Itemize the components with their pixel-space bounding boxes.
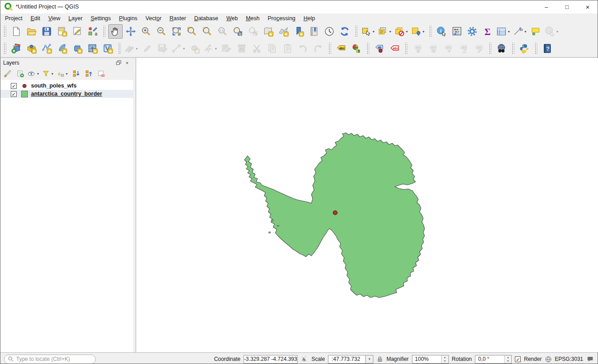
magnifier-spinbox[interactable]: 100% ▴▾	[412, 355, 449, 364]
lock-scale-icon[interactable]	[377, 355, 383, 363]
locator-search-input[interactable]: Type to locate (Ctrl+K)	[4, 355, 96, 364]
manage-map-themes-button[interactable]: ▾	[27, 68, 40, 80]
menu-web[interactable]: Web	[222, 14, 242, 22]
dropdown-arrow-icon[interactable]: ▾	[555, 30, 559, 34]
scale-combobox[interactable]: :47.773.732 ▾	[328, 355, 373, 364]
menu-raster[interactable]: Raster	[165, 14, 190, 22]
zoom-out-button[interactable]	[154, 24, 168, 39]
expand-all-button[interactable]	[70, 68, 82, 80]
layer-item-antarctica_country_border[interactable]: ✓antarctica_country_border	[0, 90, 133, 98]
dropdown-arrow-icon[interactable]: ▾	[50, 72, 54, 76]
dropdown-arrow-icon[interactable]: ▾	[507, 30, 511, 34]
add-group-button[interactable]	[14, 68, 26, 80]
save-project-button[interactable]	[40, 24, 54, 39]
help-contents-button[interactable]	[540, 41, 554, 56]
remove-layer-group-button[interactable]	[95, 68, 107, 80]
new-spatial-bookmark-button[interactable]	[292, 24, 306, 39]
pan-map-to-selection-button[interactable]	[124, 24, 138, 39]
minimize-button[interactable]: –	[536, 0, 557, 13]
dropdown-arrow-icon[interactable]: ▾	[405, 30, 409, 34]
pan-map-button[interactable]	[108, 24, 123, 39]
highlight-unplaced-labels-button[interactable]	[387, 41, 402, 56]
identify-features-button[interactable]	[434, 24, 449, 39]
new-spatialite-layer-button[interactable]	[55, 41, 69, 56]
magnifier-value[interactable]: 100%	[412, 356, 441, 362]
menu-plugins[interactable]: Plugins	[115, 14, 142, 22]
layer-name[interactable]: antarctica_country_border	[31, 91, 102, 97]
spinner-arrows-icon[interactable]: ▴▾	[441, 355, 448, 363]
layer-name[interactable]: south_poles_wfs	[31, 83, 76, 89]
zoom-full-extent-button[interactable]	[169, 24, 184, 39]
menu-settings[interactable]: Settings	[87, 14, 115, 22]
menu-layer[interactable]: Layer	[64, 14, 86, 22]
dropdown-arrow-icon[interactable]: ▾	[421, 30, 425, 34]
menu-edit[interactable]: Edit	[27, 14, 44, 22]
rotation-spinbox[interactable]: 0,0 ° ▴▾	[475, 355, 512, 364]
layer-item-south_poles_wfs[interactable]: ✓south_poles_wfs	[0, 82, 133, 90]
temporal-controller-button[interactable]	[322, 24, 337, 39]
zoom-last-button[interactable]	[230, 24, 245, 39]
filter-legend-by-expression-button[interactable]: ▾	[56, 68, 69, 80]
new-temporary-scratch-layer-button[interactable]	[70, 41, 84, 56]
new-print-layout-button[interactable]	[55, 24, 69, 39]
open-data-source-manager-button[interactable]	[9, 41, 23, 56]
new-mesh-layer-button[interactable]	[85, 41, 100, 56]
field-calculator-button[interactable]	[450, 24, 464, 39]
menu-processing[interactable]: Processing	[264, 14, 300, 22]
statistical-summary-button[interactable]	[480, 24, 495, 39]
open-project-button[interactable]	[24, 24, 39, 39]
open-attribute-table-button[interactable]: ▾	[496, 24, 511, 39]
collapse-all-button[interactable]	[83, 68, 94, 80]
spinner-arrows-icon[interactable]: ▴▾	[504, 355, 511, 363]
dropdown-arrow-icon[interactable]: ▾	[65, 72, 69, 76]
select-features-button[interactable]: ▾	[360, 24, 376, 39]
zoom-to-selection-button[interactable]	[200, 24, 214, 39]
new-project-button[interactable]	[9, 24, 23, 39]
extent-tracking-icon[interactable]	[301, 355, 308, 363]
select-features-by-location-button[interactable]: ▾	[410, 24, 426, 39]
messages-icon[interactable]	[586, 355, 594, 363]
dropdown-arrow-icon[interactable]: ▾	[388, 30, 392, 34]
zoom-to-layer-button[interactable]	[185, 24, 199, 39]
select-features-by-value-button[interactable]: ▾	[377, 24, 393, 39]
maximize-button[interactable]: □	[557, 0, 577, 13]
layer-visibility-checkbox[interactable]: ✓	[11, 91, 17, 97]
crs-indicator[interactable]: EPSG:3031	[555, 356, 583, 362]
python-console-button[interactable]	[517, 41, 532, 56]
scale-dropdown-icon[interactable]: ▾	[366, 355, 373, 364]
close-button[interactable]: ×	[577, 0, 598, 13]
deselect-features-button[interactable]: ▾	[394, 24, 409, 39]
new-virtual-layer-button[interactable]	[101, 41, 115, 56]
show-spatial-bookmarks-button[interactable]	[307, 24, 321, 39]
open-layer-styling-dock-button[interactable]	[2, 68, 13, 80]
dropdown-arrow-icon[interactable]: ▾	[214, 47, 218, 51]
layer-visibility-checkbox[interactable]: ✓	[11, 83, 17, 89]
style-manager-button[interactable]	[85, 24, 100, 39]
dropdown-arrow-icon[interactable]: ▾	[182, 47, 186, 51]
new-3d-map-view-button[interactable]	[276, 24, 291, 39]
menu-database[interactable]: Database	[190, 14, 222, 22]
map-canvas[interactable]	[136, 58, 598, 352]
new-geopackage-layer-button[interactable]	[24, 41, 39, 56]
menu-help[interactable]: Help	[300, 14, 319, 22]
dropdown-arrow-icon[interactable]: ▾	[36, 72, 40, 76]
measure-line-button[interactable]: ▾	[512, 24, 528, 39]
processing-toolbox-button[interactable]	[465, 24, 479, 39]
dropdown-arrow-icon[interactable]: ▾	[372, 30, 376, 34]
menu-project[interactable]: Project	[1, 14, 27, 22]
layer-diagram-options-button[interactable]	[349, 41, 363, 56]
coordinate-input[interactable]: -3.329.287 -4.724.393	[244, 355, 297, 364]
menu-view[interactable]: View	[44, 14, 64, 22]
panel-float-icon[interactable]	[115, 60, 122, 66]
render-checkbox[interactable]: ✓	[515, 356, 521, 362]
dropdown-arrow-icon[interactable]: ▾	[135, 47, 139, 51]
map-tips-button[interactable]	[529, 24, 543, 39]
dropdown-arrow-icon[interactable]: ▾	[523, 30, 527, 34]
layer-labeling-options-button[interactable]	[334, 41, 348, 56]
zoom-in-button[interactable]	[139, 24, 153, 39]
new-shapefile-layer-button[interactable]	[40, 41, 54, 56]
menu-vector[interactable]: Vector	[142, 14, 165, 22]
scale-value[interactable]: :47.773.732	[328, 355, 366, 364]
panel-close-icon[interactable]: ×	[124, 60, 131, 66]
pin-labels-button[interactable]	[372, 41, 386, 56]
